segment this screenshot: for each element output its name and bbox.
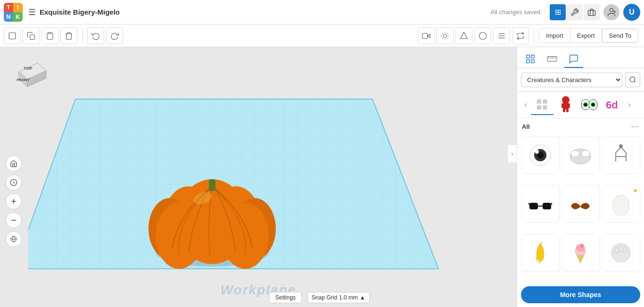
redo-button[interactable]	[106, 27, 123, 44]
zoom-in-button[interactable]	[6, 193, 22, 209]
view-cube[interactable]: TOP FRONT	[9, 53, 52, 95]
shape-item-eyeball[interactable]	[521, 136, 560, 174]
snap-arrow-icon: ▲	[360, 294, 365, 301]
shape-type-text[interactable]: 6d	[601, 94, 625, 115]
panel-tab-notes[interactable]	[564, 51, 583, 68]
shape-item-figure[interactable]	[602, 136, 640, 174]
svg-point-1	[610, 8, 613, 11]
undo-button[interactable]	[87, 27, 104, 44]
svg-rect-90	[543, 203, 551, 209]
import-button[interactable]: Import	[539, 29, 570, 42]
svg-rect-5	[30, 34, 35, 39]
hammer-view-button[interactable]	[567, 4, 583, 20]
delete-button[interactable]	[60, 27, 77, 44]
shapes-section-label: All	[522, 123, 530, 130]
export-button[interactable]: Export	[570, 29, 602, 42]
star-badge: ★	[633, 187, 638, 194]
settings-button[interactable]: Settings	[269, 292, 302, 303]
new-button[interactable]	[4, 27, 21, 44]
left-controls	[6, 156, 22, 247]
svg-line-16	[447, 33, 448, 33]
shape-item-icecream[interactable]	[561, 234, 600, 272]
user-avatar[interactable]: U	[623, 4, 640, 21]
shape-type-character[interactable]	[554, 94, 578, 115]
main-area: TOP FRONT	[0, 47, 644, 307]
panel-tab-ruler[interactable]	[543, 51, 561, 68]
home-view-button[interactable]	[6, 156, 22, 172]
svg-point-94	[613, 195, 629, 216]
svg-rect-66	[568, 103, 570, 108]
svg-point-102	[619, 246, 624, 251]
svg-point-57	[630, 77, 635, 82]
zoom-out-button[interactable]	[6, 212, 22, 228]
logo-i: I	[13, 3, 23, 12]
panel-tabs	[517, 47, 644, 68]
shapes-grid: ★	[517, 134, 644, 282]
svg-point-18	[479, 32, 487, 39]
canvas-scene	[28, 85, 467, 307]
shape-item-mustache[interactable]	[561, 185, 600, 223]
svg-rect-68	[566, 108, 569, 112]
viewport[interactable]: TOP FRONT	[0, 47, 517, 307]
light-button[interactable]	[437, 27, 454, 44]
shape-item-mask[interactable]	[561, 136, 600, 174]
svg-line-93	[551, 203, 552, 205]
shape-item-hand[interactable]	[602, 234, 640, 272]
svg-point-71	[584, 103, 587, 106]
shape-item-sunglasses[interactable]	[521, 185, 560, 223]
briefcase-view-button[interactable]	[584, 4, 600, 20]
separator-1	[82, 29, 83, 42]
shape-type-next[interactable]: ›	[625, 94, 634, 115]
header: T I N K ☰ Exquisite Bigery-Migelo All ch…	[0, 0, 644, 25]
svg-rect-46	[209, 179, 215, 191]
camera-button[interactable]	[418, 27, 435, 44]
svg-line-58	[634, 81, 636, 83]
shape-type-all[interactable]	[530, 94, 554, 115]
svg-line-83	[616, 147, 621, 153]
svg-point-45	[222, 203, 269, 269]
svg-line-15	[442, 38, 443, 38]
shape-button[interactable]	[455, 27, 472, 44]
svg-rect-6	[49, 32, 51, 33]
svg-rect-50	[527, 60, 529, 63]
svg-rect-60	[543, 99, 547, 103]
more-shapes-button[interactable]: More Shapes	[521, 286, 640, 303]
perspective-button[interactable]	[6, 231, 22, 247]
snap-grid-label: Snap Grid	[312, 294, 337, 301]
shape-item-banana-foot[interactable]	[521, 234, 560, 272]
rotate-view-button[interactable]	[6, 174, 22, 191]
svg-point-82	[581, 150, 590, 157]
search-button[interactable]	[625, 72, 640, 87]
paste-button[interactable]	[41, 27, 58, 44]
align-button[interactable]	[493, 27, 510, 44]
svg-rect-0	[588, 10, 595, 16]
svg-rect-61	[537, 105, 541, 109]
svg-line-92	[528, 203, 529, 205]
svg-point-44	[156, 203, 203, 269]
category-dropdown[interactable]: Creatures & Characters Basic Shapes Text…	[521, 73, 622, 87]
settings-bar: Settings Snap Grid 1.0 mm ▲	[0, 288, 375, 307]
panel-collapse-handle[interactable]: ›	[507, 144, 517, 163]
add-user-button[interactable]	[603, 4, 619, 20]
svg-text:FRONT: FRONT	[17, 78, 30, 82]
svg-point-63	[562, 96, 570, 104]
send-button[interactable]: Send To	[602, 29, 638, 42]
svg-rect-49	[531, 55, 534, 58]
svg-rect-65	[561, 103, 564, 108]
mirror-button[interactable]	[512, 27, 529, 44]
circle-button[interactable]	[474, 27, 491, 44]
svg-text:TOP: TOP	[24, 66, 32, 71]
menu-icon[interactable]: ☰	[28, 7, 36, 17]
svg-point-81	[571, 150, 579, 157]
logo-n: N	[4, 12, 13, 22]
shape-type-eyes[interactable]	[578, 94, 601, 115]
panel-tab-grid[interactable]	[521, 51, 540, 68]
shape-type-prev[interactable]: ‹	[521, 94, 530, 115]
more-options-button[interactable]: ⋯	[631, 121, 639, 132]
snap-grid-control[interactable]: Snap Grid 1.0 mm ▲	[307, 292, 370, 303]
tinkercad-logo[interactable]: T I N K	[4, 3, 23, 22]
copy-button[interactable]	[23, 27, 40, 44]
shape-type-row: ‹	[517, 91, 644, 118]
grid-view-button[interactable]: ⊞	[550, 4, 566, 20]
shape-item-egg[interactable]: ★	[602, 185, 640, 223]
